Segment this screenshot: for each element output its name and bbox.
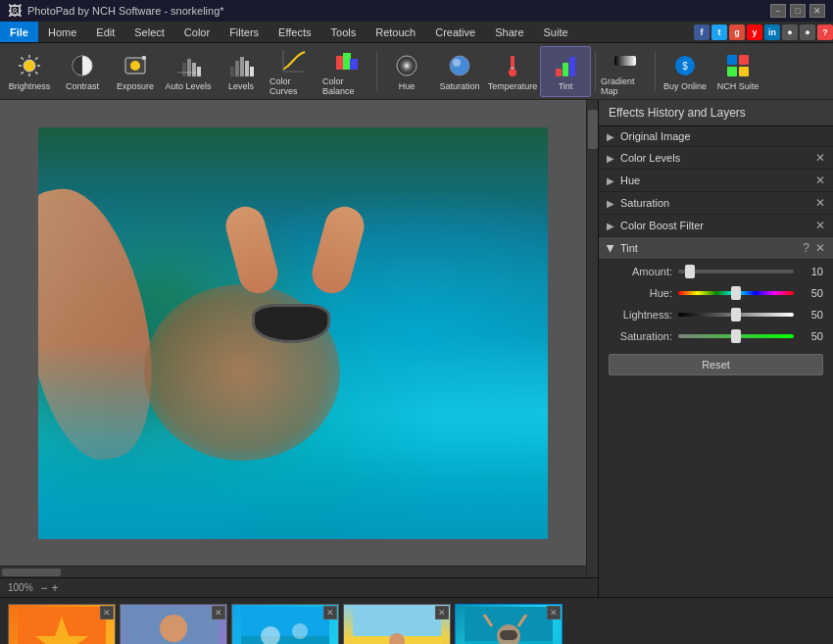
- auto-levels-tool[interactable]: Auto Levels: [163, 46, 214, 97]
- reset-button[interactable]: Reset: [609, 354, 823, 375]
- close-button[interactable]: ✕: [809, 4, 825, 18]
- toolbar-separator: [376, 52, 377, 91]
- saturation-thumb[interactable]: [731, 329, 741, 343]
- toolbar: Brightness Contrast Exposure Auto Levels…: [0, 43, 833, 100]
- menu-creative[interactable]: Creative: [425, 22, 485, 42]
- svg-rect-35: [511, 56, 514, 68]
- amount-slider[interactable]: [678, 270, 794, 273]
- effect-original-image[interactable]: ▶ Original Image: [599, 126, 833, 147]
- remove-color-levels-button[interactable]: ✕: [815, 151, 825, 165]
- temperature-icon: [499, 52, 526, 79]
- svg-rect-38: [569, 57, 575, 76]
- film-close-4[interactable]: ✕: [435, 606, 449, 619]
- effect-color-levels[interactable]: ▶ Color Levels ✕: [599, 147, 833, 170]
- menu-share[interactable]: Share: [485, 22, 533, 42]
- canvas-scrollbar-vertical[interactable]: [586, 100, 598, 577]
- svg-rect-15: [187, 59, 191, 76]
- social-icon-1[interactable]: ●: [782, 25, 798, 40]
- film-thumb-1: [9, 605, 115, 645]
- menu-tools[interactable]: Tools: [321, 22, 367, 42]
- film-close-3[interactable]: ✕: [323, 606, 337, 619]
- menu-file[interactable]: File: [0, 22, 38, 42]
- temperature-tool[interactable]: Temperature: [487, 46, 538, 97]
- youtube-icon[interactable]: y: [747, 25, 762, 40]
- saturation-slider[interactable]: [678, 334, 794, 338]
- tint-tool[interactable]: Tint: [540, 46, 591, 97]
- tint-help-button[interactable]: ?: [803, 241, 809, 255]
- scrollbar-thumb-horizontal[interactable]: [2, 569, 61, 576]
- effect-color-boost-filter[interactable]: ▶ Color Boost Filter ✕: [599, 215, 833, 237]
- main-area: 100% − + Effects History and Layers ▶ Or…: [0, 100, 833, 597]
- tint-label: Tint: [559, 81, 573, 91]
- svg-line-5: [22, 57, 24, 59]
- film-item-3[interactable]: ✕ catdiving600: [231, 604, 339, 645]
- lightness-slider-row: Lightness: 50: [599, 303, 833, 324]
- zoom-out-button[interactable]: −: [41, 581, 48, 595]
- buy-online-tool[interactable]: $ Buy Online: [660, 46, 710, 97]
- color-balance-tool[interactable]: Color Balance: [321, 46, 372, 97]
- maximize-button[interactable]: □: [790, 4, 806, 18]
- effect-hue[interactable]: ▶ Hue ✕: [599, 170, 833, 192]
- nch-help-icon[interactable]: ?: [817, 25, 833, 40]
- nch-suite-tool[interactable]: NCH Suite: [712, 46, 763, 97]
- lightness-slider[interactable]: [678, 313, 794, 317]
- hue-slider[interactable]: [678, 291, 794, 295]
- film-close-5[interactable]: ✕: [547, 606, 561, 619]
- film-thumb-3: [232, 605, 338, 645]
- film-item-4[interactable]: ✕ child_beach: [343, 604, 451, 645]
- saturation-tool[interactable]: Saturation: [434, 46, 485, 97]
- scrollbar-thumb-vertical[interactable]: [588, 110, 598, 149]
- menu-filters[interactable]: Filters: [220, 22, 269, 42]
- film-close-2[interactable]: ✕: [212, 606, 225, 619]
- buy-online-icon: $: [671, 52, 699, 79]
- linkedin-icon[interactable]: in: [764, 25, 780, 40]
- canvas-container[interactable]: [0, 100, 586, 566]
- menu-bar: File Home Edit Select Color Filters Effe…: [0, 22, 833, 43]
- minimize-button[interactable]: −: [770, 4, 786, 18]
- svg-rect-42: [727, 55, 737, 65]
- brightness-tool[interactable]: Brightness: [4, 46, 55, 97]
- amount-value: 10: [800, 266, 823, 277]
- film-close-1[interactable]: ✕: [100, 606, 114, 619]
- levels-tool[interactable]: Levels: [216, 46, 267, 97]
- chevron-right-icon-3: ▶: [607, 175, 614, 186]
- remove-saturation-button[interactable]: ✕: [815, 196, 825, 210]
- zoom-in-button[interactable]: +: [52, 581, 59, 595]
- facebook-icon[interactable]: f: [694, 25, 710, 40]
- contrast-tool[interactable]: Contrast: [57, 46, 108, 97]
- gradient-map-icon: [612, 47, 639, 74]
- effect-saturation[interactable]: ▶ Saturation ✕: [599, 192, 833, 215]
- remove-tint-button[interactable]: ✕: [815, 241, 825, 255]
- exposure-tool[interactable]: Exposure: [110, 46, 161, 97]
- remove-color-boost-button[interactable]: ✕: [815, 219, 825, 232]
- gradient-map-tool[interactable]: Gradient Map: [600, 46, 651, 97]
- film-item-1[interactable]: ✕ ws_Orange_Sea_Sta...: [8, 604, 116, 645]
- hue-thumb[interactable]: [731, 286, 741, 300]
- tint-panel: ▶ Tint ? ✕ Amount: 10 Hue:: [599, 237, 833, 383]
- menu-effects[interactable]: Effects: [269, 22, 320, 42]
- svg-rect-27: [343, 53, 351, 70]
- hue-tool[interactable]: Hue: [381, 46, 432, 97]
- menu-retouch[interactable]: Retouch: [366, 22, 425, 42]
- menu-select[interactable]: Select: [124, 22, 174, 42]
- amount-thumb[interactable]: [685, 265, 695, 278]
- menu-suite[interactable]: Suite: [534, 22, 578, 42]
- brightness-icon: [16, 52, 43, 79]
- tint-header[interactable]: ▶ Tint ? ✕: [599, 237, 833, 260]
- menu-edit[interactable]: Edit: [86, 22, 124, 42]
- hue-slider-row: Hue: 50: [599, 281, 833, 303]
- menu-color[interactable]: Color: [174, 22, 220, 42]
- color-curves-tool[interactable]: Color Curves: [269, 46, 319, 97]
- exposure-label: Exposure: [117, 81, 154, 91]
- twitter-icon[interactable]: t: [711, 25, 727, 40]
- menu-home[interactable]: Home: [38, 22, 86, 42]
- remove-hue-button[interactable]: ✕: [815, 173, 825, 187]
- film-item-5[interactable]: ✕ 584786632: [455, 604, 563, 645]
- lightness-thumb[interactable]: [731, 308, 741, 322]
- social-icon-2[interactable]: ●: [800, 25, 815, 40]
- canvas-scrollbar-horizontal[interactable]: [0, 566, 586, 577]
- nch-suite-icon: [724, 52, 752, 79]
- google-icon[interactable]: g: [729, 25, 745, 40]
- svg-rect-17: [197, 67, 201, 76]
- film-item-2[interactable]: ✕ 833-07708729er: [120, 604, 227, 645]
